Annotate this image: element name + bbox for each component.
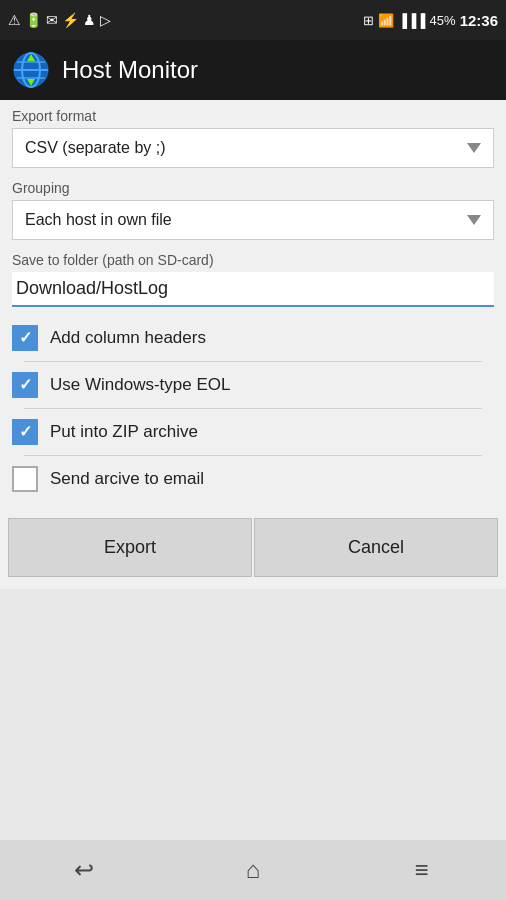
status-icons-left: ⚠ 🔋 ✉ ⚡ ♟ ▷ [8,12,111,28]
export-format-arrow-icon [467,143,481,153]
checkbox-row-send-email[interactable]: Send arcive to email [12,456,494,502]
empty-area [0,589,506,849]
checkboxes-section: ✓ Add column headers ✓ Use Windows-type … [0,311,506,506]
grouping-value: Each host in own file [25,211,172,229]
content-area: Export format CSV (separate by ;) Groupi… [0,100,506,589]
checkbox-zip-archive[interactable]: ✓ [12,419,38,445]
save-folder-input[interactable] [12,272,494,307]
checkbox-label-windows-eol: Use Windows-type EOL [50,375,230,395]
checkbox-row-add-column-headers[interactable]: ✓ Add column headers [12,315,494,361]
checkbox-label-add-column-headers: Add column headers [50,328,206,348]
checkbox-send-email[interactable] [12,466,38,492]
checkmark-icon: ✓ [19,424,32,440]
checkbox-row-windows-eol[interactable]: ✓ Use Windows-type EOL [12,362,494,408]
warning-icon: ⚠ [8,12,21,28]
checkbox-label-send-email: Send arcive to email [50,469,204,489]
wifi-icon: 📶 [378,13,394,28]
bottom-nav-bar: ↩ ⌂ ≡ [0,840,506,900]
back-icon: ↩ [74,856,94,884]
cancel-button[interactable]: Cancel [254,518,498,577]
checkbox-row-zip-archive[interactable]: ✓ Put into ZIP archive [12,409,494,455]
grouping-label: Grouping [12,180,494,196]
time-display: 12:36 [460,12,498,29]
app-title: Host Monitor [62,56,198,84]
menu-button[interactable]: ≡ [392,850,452,890]
email-icon: ✉ [46,12,58,28]
checkbox-label-zip-archive: Put into ZIP archive [50,422,198,442]
battery-percent: 45% [430,13,456,28]
usb-icon: ⚡ [62,12,79,28]
app-bar: Host Monitor [0,40,506,100]
grouping-section: Grouping Each host in own file [0,172,506,244]
checkbox-add-column-headers[interactable]: ✓ [12,325,38,351]
screenshot-icon: ⊞ [363,13,374,28]
save-folder-section: Save to folder (path on SD-card) [0,244,506,311]
save-folder-label: Save to folder (path on SD-card) [12,252,494,268]
back-button[interactable]: ↩ [54,850,114,890]
export-button[interactable]: Export [8,518,252,577]
app-icon [12,51,50,89]
checkmark-icon: ✓ [19,330,32,346]
export-format-value: CSV (separate by ;) [25,139,166,157]
button-row: Export Cancel [0,506,506,589]
export-format-label: Export format [12,108,494,124]
grouping-arrow-icon [467,215,481,225]
home-button[interactable]: ⌂ [223,850,283,890]
home-icon: ⌂ [246,856,261,884]
status-icons-right: ⊞ 📶 ▐▐▐ 45% 12:36 [363,12,498,29]
android-icon: ♟ [83,12,96,28]
menu-icon: ≡ [415,856,429,884]
signal-icon: ▐▐▐ [398,13,426,28]
export-format-section: Export format CSV (separate by ;) [0,100,506,172]
checkmark-icon: ✓ [19,377,32,393]
store-icon: ▷ [100,12,111,28]
export-format-dropdown[interactable]: CSV (separate by ;) [12,128,494,168]
grouping-dropdown[interactable]: Each host in own file [12,200,494,240]
checkbox-windows-eol[interactable]: ✓ [12,372,38,398]
battery-icon: 🔋 [25,12,42,28]
status-bar: ⚠ 🔋 ✉ ⚡ ♟ ▷ ⊞ 📶 ▐▐▐ 45% 12:36 [0,0,506,40]
